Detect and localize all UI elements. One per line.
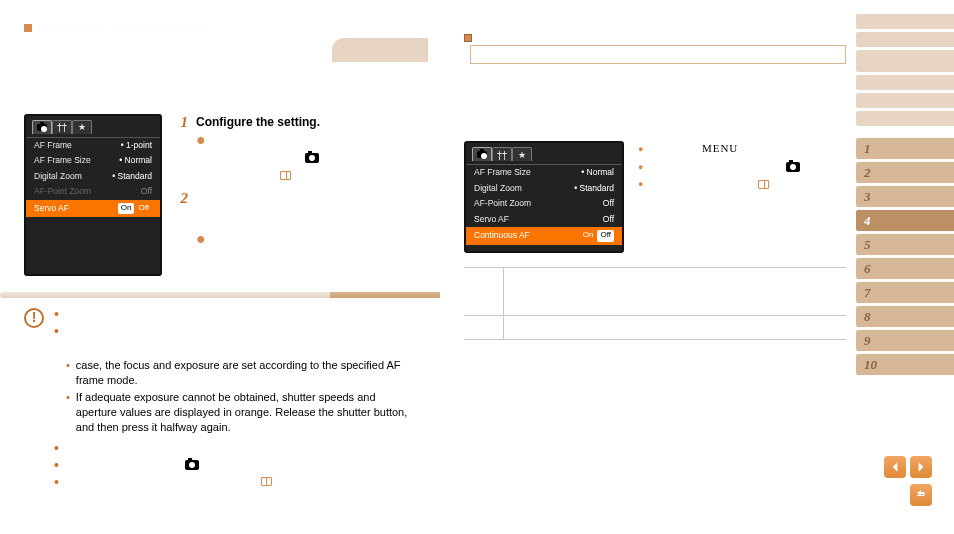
left-block: ϯϯ ★ AF Frame1-point AF Frame SizeNormal… xyxy=(24,114,416,276)
note-sub-item: case, the focus and exposure are set acc… xyxy=(66,358,416,388)
chapter-tab-7[interactable]: 7 xyxy=(856,282,954,303)
left-subtitle: This mode helps avoid missing shots of s… xyxy=(24,59,416,104)
screen-tab-camera-icon xyxy=(32,120,52,134)
section-bar[interactable] xyxy=(856,111,954,126)
camera-icon xyxy=(185,460,199,470)
camera-icon xyxy=(786,162,800,172)
chapter-tab-10[interactable]: 10 xyxy=(856,354,954,375)
right-title-outline: Changing the Focus Setting xyxy=(470,45,846,64)
book-icon xyxy=(261,477,272,486)
side-panel: 12345678910 78 xyxy=(856,0,954,534)
page-number: 78 xyxy=(907,509,918,523)
right-subtitle: You can change default camera operation … xyxy=(464,79,856,124)
table-row: OffConserves battery power, because the … xyxy=(464,316,846,339)
menu-label: MENU xyxy=(702,141,738,156)
top-section-bars xyxy=(856,14,954,129)
square-bullet-icon xyxy=(464,34,472,42)
screen-tab-tools-icon: ϯϯ xyxy=(492,147,512,161)
screen-tab-camera-icon xyxy=(472,147,492,161)
note-item: Focusing may not be possible in some sho… xyxy=(54,308,416,323)
note-item: [AF-Point Zoom] on the [] tab is not ava… xyxy=(54,458,416,473)
book-icon xyxy=(758,180,769,189)
step-2-line: ● The focus and exposure are maintained … xyxy=(196,210,416,269)
camera-screen-servo-af: ϯϯ ★ AF Frame1-point AF Frame SizeNormal… xyxy=(24,114,162,276)
chapter-nav: 12345678910 xyxy=(856,138,954,378)
right-line-3: ● then choose [Off] ( 28). xyxy=(638,177,856,192)
page: Shooting with Servo AF Still Images This… xyxy=(0,0,954,534)
note-item: AF lock shooting is not available. xyxy=(54,441,416,456)
section-divider xyxy=(0,292,440,298)
chapter-tab-3[interactable]: 3 xyxy=(856,186,954,207)
menu-label: MENU xyxy=(259,134,295,146)
column-right: Changing the Focus Setting Still Images … xyxy=(440,0,856,534)
right-line-1: Press the MENU button, choose xyxy=(638,141,856,156)
note-item: In low-light conditions, Servo AF may no… xyxy=(54,325,416,355)
step-1-line-2: [Servo AF] on the [ ] tab, and then xyxy=(196,151,416,166)
screen-tab-star-icon: ★ xyxy=(512,147,532,161)
column-left: Shooting with Servo AF Still Images This… xyxy=(0,0,440,534)
square-bullet-icon xyxy=(24,24,32,32)
note-item: Not available when using the self-timer … xyxy=(54,474,416,489)
chapter-tab-6[interactable]: 6 xyxy=(856,258,954,279)
left-steps: 1 Configure the setting. ● Press the MEN… xyxy=(176,114,416,276)
table-row: OnHelps avoid missing sudden photo oppor… xyxy=(464,268,846,315)
right-line-2: ● [Continuous AF] on the [ ] tab, and xyxy=(638,159,856,174)
chapter-tab-4[interactable]: 4 xyxy=(856,210,954,231)
step-number-1: 1 xyxy=(176,114,188,187)
step-1-line-3: choose [On] ( 28). xyxy=(196,169,416,184)
step-1-title: Configure the setting. xyxy=(196,114,416,130)
nav-buttons xyxy=(884,456,932,506)
left-section-title: Shooting with Servo AF xyxy=(24,18,416,38)
step-number-2: 2 xyxy=(176,190,188,272)
section-bar[interactable] xyxy=(856,32,954,47)
section-tab-decor xyxy=(332,38,428,62)
section-bar[interactable] xyxy=(856,93,954,108)
book-icon xyxy=(280,171,291,180)
chapter-tab-8[interactable]: 8 xyxy=(856,306,954,327)
caution-icon: ! xyxy=(24,308,44,328)
caution-notes: ! Focusing may not be possible in some s… xyxy=(24,308,416,491)
screen-tab-tools-icon: ϯϯ xyxy=(52,120,72,134)
camera-screen-continuous-af: ϯϯ ★ AF Frame SizeNormal Digital ZoomSta… xyxy=(464,141,624,252)
return-button[interactable] xyxy=(910,484,932,506)
right-steps: Press the MENU button, choose ● [Continu… xyxy=(638,141,856,252)
chapter-tab-5[interactable]: 5 xyxy=(856,234,954,255)
prev-page-button[interactable] xyxy=(884,456,906,478)
camera-icon xyxy=(305,153,319,163)
chapter-tab-9[interactable]: 9 xyxy=(856,330,954,351)
section-bar[interactable] xyxy=(856,14,954,29)
step-1-line-1: ● Press the MENU button, choose xyxy=(196,133,416,148)
section-bar[interactable] xyxy=(856,75,954,90)
chapter-tab-1[interactable]: 1 xyxy=(856,138,954,159)
chapter-tab-2[interactable]: 2 xyxy=(856,162,954,183)
options-table: OnHelps avoid missing sudden photo oppor… xyxy=(464,267,846,340)
right-block: ϯϯ ★ AF Frame SizeNormal Digital ZoomSta… xyxy=(464,141,856,252)
note-sub-item: If adequate exposure cannot be obtained,… xyxy=(66,390,416,435)
next-page-button[interactable] xyxy=(910,456,932,478)
step-2-title: Shoot. xyxy=(196,190,416,206)
section-bar[interactable] xyxy=(856,50,954,72)
screen-tab-star-icon: ★ xyxy=(72,120,92,134)
